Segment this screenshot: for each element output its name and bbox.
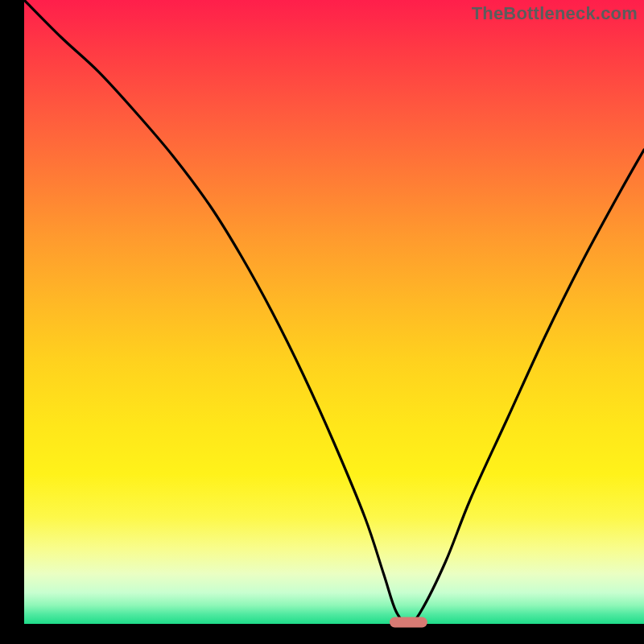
chart-frame: TheBottleneck.com xyxy=(0,0,644,644)
optimal-marker xyxy=(390,617,427,627)
curve-layer xyxy=(24,0,644,624)
plot-area xyxy=(24,0,644,624)
bottleneck-curve xyxy=(24,0,644,624)
watermark-text: TheBottleneck.com xyxy=(472,3,638,24)
